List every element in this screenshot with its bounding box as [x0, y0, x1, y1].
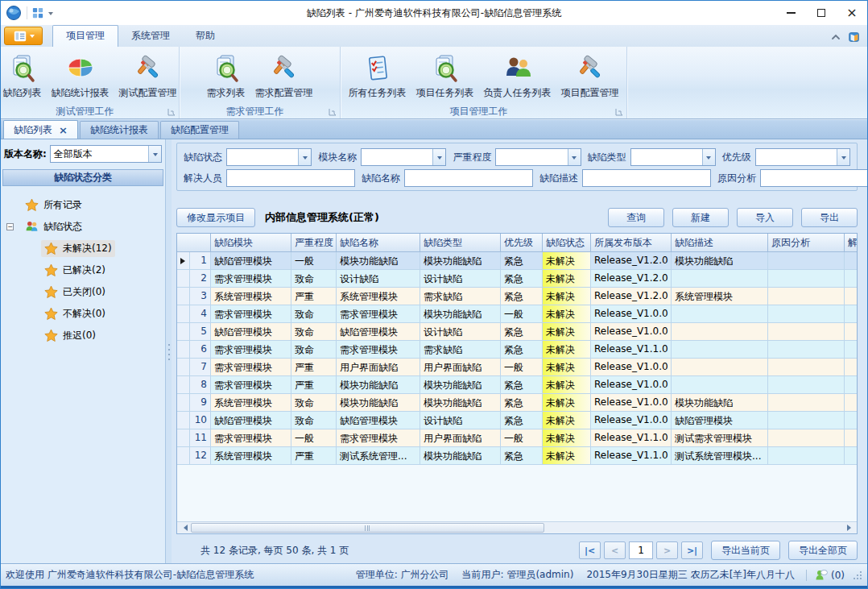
chevron-down-icon[interactable]: [298, 149, 311, 165]
cell-name[interactable]: 测试系统管理...: [337, 447, 420, 465]
project-config-button[interactable]: 项目配置管理: [557, 50, 623, 102]
cell-release[interactable]: Release_V1.1.0: [591, 341, 672, 359]
cell-priority[interactable]: 一般: [501, 305, 543, 323]
req-list-button[interactable]: 需求列表: [203, 50, 250, 102]
chevron-down-icon[interactable]: [837, 149, 849, 165]
project-tasks-button[interactable]: 项目任务列表: [412, 50, 478, 102]
collapse-ribbon-icon[interactable]: [830, 31, 841, 43]
cell-solve[interactable]: [845, 376, 858, 394]
row-indicator[interactable]: [177, 412, 190, 429]
row-number[interactable]: 5: [190, 323, 211, 341]
cell-name[interactable]: 需求管理模块: [337, 341, 420, 359]
grid-header-release[interactable]: 所属发布版本: [591, 234, 672, 252]
cell-desc[interactable]: 模块功能缺陷: [672, 252, 768, 270]
row-indicator[interactable]: [177, 270, 190, 288]
cell-release[interactable]: Release_V1.1.0: [591, 447, 672, 465]
filter-module-name-combo[interactable]: [361, 148, 446, 166]
cell-module[interactable]: 需求管理模块: [211, 341, 291, 359]
cell-desc[interactable]: 测试系统管理模块...: [672, 447, 768, 465]
row-number[interactable]: 9: [190, 394, 211, 412]
cell-solve[interactable]: [845, 323, 858, 341]
cell-name[interactable]: 用户界面缺陷: [337, 359, 420, 376]
cell-status[interactable]: 未解决: [543, 376, 591, 394]
cell-type[interactable]: 模块功能缺陷: [420, 252, 501, 270]
row-indicator[interactable]: [177, 323, 190, 341]
application-menu-button[interactable]: [4, 27, 43, 45]
row-indicator[interactable]: [177, 252, 190, 270]
cell-release[interactable]: Release_V1.2.0: [591, 288, 672, 305]
dialog-launcher-icon[interactable]: [167, 107, 176, 115]
row-number[interactable]: 4: [190, 305, 211, 323]
cell-type[interactable]: 模块功能缺陷: [420, 447, 501, 465]
cell-type[interactable]: 模块功能缺陷: [420, 394, 501, 412]
grid-header-type[interactable]: 缺陷类型: [420, 234, 501, 252]
filter-priority-combo[interactable]: [755, 148, 850, 166]
cell-name[interactable]: 模块功能缺陷: [337, 394, 420, 412]
cell-status[interactable]: 未解决: [543, 252, 591, 270]
cell-desc[interactable]: 测试需求管理模块: [672, 429, 768, 447]
cell-type[interactable]: 模块功能缺陷: [420, 305, 501, 323]
tree-item-postponed[interactable]: 推迟(0): [1, 325, 165, 346]
filter-defect-desc-input[interactable]: [582, 169, 711, 187]
cell-cause[interactable]: [768, 323, 845, 341]
cell-type[interactable]: 用户界面缺陷: [420, 429, 501, 447]
cell-module[interactable]: 缺陷管理模块: [211, 323, 291, 341]
cell-desc[interactable]: [672, 270, 768, 288]
defect-list-button[interactable]: 缺陷列表: [0, 50, 46, 102]
cell-desc[interactable]: 模块功能缺陷: [672, 394, 768, 412]
row-number[interactable]: 1: [190, 252, 211, 270]
last-page-button[interactable]: >|: [681, 541, 703, 559]
cell-cause[interactable]: [768, 305, 845, 323]
next-page-button[interactable]: >: [656, 541, 678, 559]
cell-release[interactable]: Release_V1.2.0: [591, 252, 672, 270]
cell-priority[interactable]: 一般: [501, 359, 543, 376]
tree-item-closed[interactable]: 已关闭(0): [1, 281, 165, 303]
quick-access-icon[interactable]: [32, 7, 43, 19]
grid-header-module[interactable]: 缺陷模块: [211, 234, 291, 252]
version-combo[interactable]: 全部版本: [50, 145, 162, 163]
cell-type[interactable]: 设计缺陷: [420, 323, 501, 341]
row-number[interactable]: 6: [190, 341, 211, 359]
tree-item-wont-fix[interactable]: 不解决(0): [1, 303, 165, 325]
cell-solve[interactable]: [845, 447, 858, 465]
row-number[interactable]: 8: [190, 376, 211, 394]
cell-cause[interactable]: [768, 288, 845, 305]
row-indicator[interactable]: [177, 341, 190, 359]
chevron-down-icon[interactable]: [702, 149, 715, 165]
row-number[interactable]: 2: [190, 270, 211, 288]
cell-release[interactable]: Release_V1.1.0: [591, 429, 672, 447]
cell-severity[interactable]: 一般: [291, 429, 337, 447]
cell-desc[interactable]: 系统管理模块: [672, 288, 768, 305]
grid-header-priority[interactable]: 优先级: [501, 234, 543, 252]
new-button[interactable]: 新建: [672, 208, 729, 227]
cell-desc[interactable]: 缺陷管理模块: [672, 412, 768, 429]
cell-priority[interactable]: 紧急: [501, 270, 543, 288]
cell-status[interactable]: 未解决: [543, 394, 591, 412]
cell-cause[interactable]: [768, 341, 845, 359]
row-indicator[interactable]: [177, 288, 190, 305]
first-page-button[interactable]: |<: [579, 541, 601, 559]
grid-header-name[interactable]: 缺陷名称: [337, 234, 420, 252]
ribbon-tab-project-mgmt[interactable]: 项目管理: [52, 25, 118, 47]
cell-status[interactable]: 未解决: [543, 359, 591, 376]
cell-module[interactable]: 需求管理模块: [211, 270, 291, 288]
cell-type[interactable]: 用户界面缺陷: [420, 359, 501, 376]
maximize-button[interactable]: [806, 1, 837, 25]
dialog-launcher-icon[interactable]: [329, 107, 337, 115]
cell-severity[interactable]: 致命: [291, 341, 337, 359]
cell-cause[interactable]: [768, 252, 845, 270]
row-indicator[interactable]: [177, 305, 190, 323]
resize-grip-icon[interactable]: [853, 570, 862, 580]
prev-page-button[interactable]: <: [604, 541, 626, 559]
cell-cause[interactable]: [768, 376, 845, 394]
grid-header-severity[interactable]: 严重程度: [291, 234, 337, 252]
cell-module[interactable]: 需求管理模块: [211, 376, 291, 394]
row-indicator[interactable]: [177, 394, 190, 412]
version-combo-dropdown-icon[interactable]: [148, 146, 161, 162]
cell-priority[interactable]: 紧急: [501, 394, 543, 412]
all-tasks-button[interactable]: 所有任务列表: [345, 50, 411, 102]
row-number[interactable]: 11: [190, 429, 211, 447]
cell-solve[interactable]: [845, 359, 858, 376]
cell-severity[interactable]: 严重: [291, 288, 337, 305]
cell-solve[interactable]: [845, 270, 858, 288]
